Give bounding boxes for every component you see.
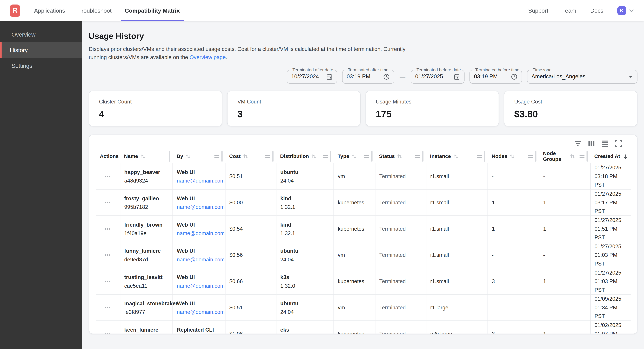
main-content: Usage History Displays prior clusters/VM…: [82, 21, 644, 349]
column-resize-handle[interactable]: [371, 151, 372, 162]
terminated-after-date-input[interactable]: Terminated after date 10/27/2024: [286, 70, 337, 84]
terminated-after-time-input[interactable]: Terminated after time 03:19 PM: [342, 70, 394, 84]
nodes-value: -: [492, 173, 494, 179]
created-by-email-link[interactable]: name@domain.com: [177, 203, 221, 211]
column-header-name[interactable]: Name: [120, 150, 172, 163]
column-header-node-groups[interactable]: Node Groups: [539, 150, 590, 163]
by-cell: Web UIname@domain.com: [172, 268, 225, 295]
by-cell: Replicated CLIname@domain.com: [172, 321, 225, 334]
table-toolbar: [89, 138, 637, 150]
terminated-before-date-input[interactable]: Terminated before date 01/27/2025: [411, 70, 464, 84]
sort-icon[interactable]: [140, 153, 146, 159]
column-drag-handle[interactable]: [323, 155, 328, 158]
timezone-select[interactable]: Timezone America/Los_Angeles: [527, 70, 637, 84]
sort-desc-icon[interactable]: [622, 153, 628, 159]
clock-icon[interactable]: [383, 73, 390, 80]
column-resize-handle[interactable]: [484, 151, 485, 162]
stat-card-usage-minutes: Usage Minutes 175: [366, 91, 499, 126]
chevron-down-icon[interactable]: [629, 9, 634, 12]
nodes-cell: -: [488, 163, 539, 190]
instance-value: r1.large: [430, 305, 448, 311]
field-label: Terminated before time: [474, 67, 521, 72]
filter-icon[interactable]: [574, 140, 582, 147]
overview-page-link[interactable]: Overview page: [190, 54, 226, 60]
row-actions-button[interactable]: •••: [104, 279, 111, 285]
column-resize-handle[interactable]: [272, 151, 274, 162]
sort-icon[interactable]: [311, 153, 317, 159]
column-header-created-at[interactable]: Created At: [590, 150, 631, 163]
sort-icon[interactable]: [185, 153, 191, 159]
table-row: ••• frosty_galileo995b7182 Web UIname@do…: [96, 190, 631, 216]
status-cell: Terminated: [375, 242, 426, 268]
column-header-distribution[interactable]: Distribution: [276, 150, 334, 163]
sidebar-item-overview[interactable]: Overview: [0, 27, 82, 42]
column-drag-handle[interactable]: [265, 155, 270, 158]
field-label: Terminated after time: [346, 67, 390, 72]
sidebar-item-history[interactable]: History: [0, 42, 82, 58]
replicated-logo[interactable]: R: [10, 4, 20, 16]
column-resize-handle[interactable]: [221, 151, 222, 162]
instance-value: r1.small: [430, 278, 449, 285]
sort-icon[interactable]: [453, 153, 459, 159]
instance-value: m6i.large: [430, 331, 452, 334]
column-resize-handle[interactable]: [535, 151, 536, 162]
column-header-instance[interactable]: Instance: [426, 150, 488, 163]
sort-icon[interactable]: [570, 153, 575, 159]
status-cell: Terminated: [375, 216, 426, 242]
nav-link-team[interactable]: Team: [562, 7, 576, 14]
column-drag-handle[interactable]: [364, 155, 369, 158]
nodes-value: -: [492, 305, 494, 311]
row-actions-button[interactable]: •••: [104, 200, 111, 206]
show-hide-columns-icon[interactable]: [588, 140, 595, 147]
column-resize-handle[interactable]: [330, 151, 331, 162]
column-resize-handle[interactable]: [586, 151, 588, 162]
density-icon[interactable]: [601, 140, 608, 147]
nav-link-docs[interactable]: Docs: [590, 7, 603, 14]
fullscreen-icon[interactable]: [615, 140, 622, 147]
column-header-nodes[interactable]: Nodes: [488, 150, 539, 163]
column-resize-handle[interactable]: [168, 151, 170, 162]
clock-icon[interactable]: [511, 73, 517, 80]
stat-label: Cluster Count: [99, 98, 212, 105]
type-cell: kubernetes: [334, 268, 375, 295]
terminated-before-time-input[interactable]: Terminated before time 03:19 PM: [470, 70, 522, 84]
account-menu[interactable]: K: [617, 6, 634, 15]
column-drag-handle[interactable]: [477, 155, 482, 158]
created-at-cell: 01/27/202503:17 PM PST: [590, 190, 631, 216]
column-header-type[interactable]: Type: [334, 150, 375, 163]
column-header-cost[interactable]: Cost: [225, 150, 276, 163]
created-by-email-link[interactable]: name@domain.com: [177, 308, 221, 316]
column-resize-handle[interactable]: [422, 151, 423, 162]
sort-icon[interactable]: [243, 153, 248, 159]
row-actions-button[interactable]: •••: [104, 253, 111, 258]
sort-icon[interactable]: [509, 153, 515, 159]
created-by-email-link[interactable]: name@domain.com: [177, 229, 221, 238]
nav-tab-applications[interactable]: Applications: [34, 0, 65, 21]
avatar[interactable]: K: [617, 6, 626, 15]
calendar-icon[interactable]: [454, 73, 460, 80]
nav-link-support[interactable]: Support: [528, 7, 548, 14]
caret-down-icon[interactable]: [628, 75, 633, 78]
column-header-status[interactable]: Status: [375, 150, 426, 163]
column-header-by[interactable]: By: [172, 150, 225, 163]
row-actions-button[interactable]: •••: [104, 226, 111, 232]
created-by-email-link[interactable]: name@domain.com: [177, 255, 221, 264]
column-drag-handle[interactable]: [415, 155, 420, 158]
nav-tab-compatibility-matrix[interactable]: Compatibility Matrix: [125, 0, 180, 21]
sort-icon[interactable]: [351, 153, 357, 159]
distribution-cell: k3s1.32.0: [276, 268, 334, 295]
sort-icon[interactable]: [397, 153, 403, 159]
nav-tab-troubleshoot[interactable]: Troubleshoot: [78, 0, 112, 21]
status-value: Terminated: [379, 173, 406, 179]
column-drag-handle[interactable]: [580, 155, 584, 158]
sidebar-item-settings[interactable]: Settings: [0, 58, 82, 73]
calendar-icon[interactable]: [326, 73, 332, 80]
row-actions-button[interactable]: •••: [104, 305, 111, 311]
created-by-email-link[interactable]: name@domain.com: [177, 176, 221, 185]
created-by-email-link[interactable]: name@domain.com: [177, 281, 221, 290]
distribution-name: ubuntu: [280, 247, 329, 255]
row-actions-button[interactable]: •••: [104, 331, 111, 334]
column-drag-handle[interactable]: [528, 155, 533, 158]
row-actions-button[interactable]: •••: [104, 174, 111, 179]
column-drag-handle[interactable]: [214, 155, 219, 158]
